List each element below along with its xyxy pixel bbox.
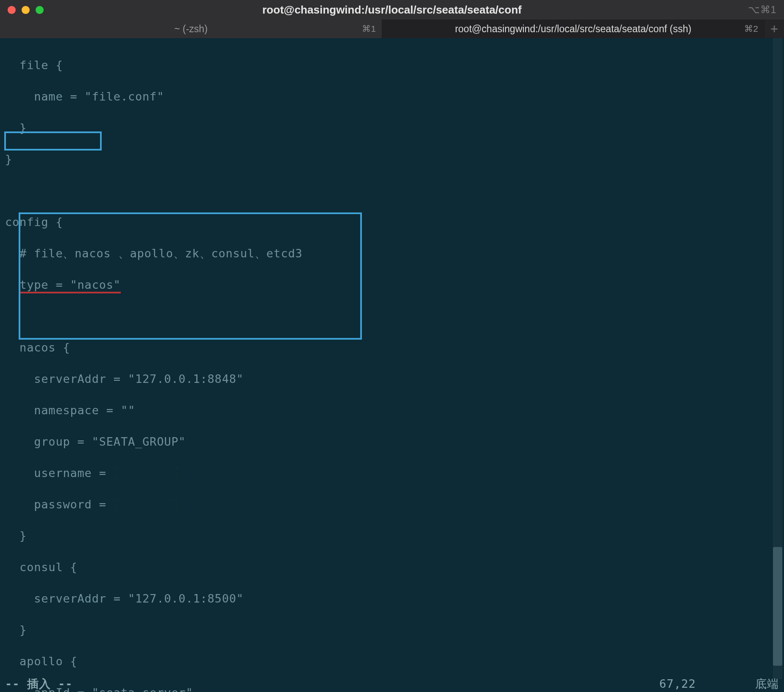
tab-label: ~ (-zsh) [174,22,208,36]
code-line: nacos { [5,340,779,355]
tab-label: root@chasingwind:/usr/local/src/seata/se… [455,22,692,36]
minimize-window-button[interactable] [22,6,30,14]
code-line: } [5,622,779,638]
vim-scroll-percent: 底端 [755,676,779,692]
window-titlebar: root@chasingwind:/usr/local/src/seata/se… [0,0,784,20]
traffic-lights [8,6,44,14]
tab-ssh[interactable]: root@chasingwind:/usr/local/src/seata/se… [382,20,765,38]
zoom-window-button[interactable] [36,6,44,14]
code-line: } [5,120,779,136]
code-line: password = [5,497,779,512]
code-line: type = "nacos" [5,277,779,293]
code-line: # file、nacos 、apollo、zk、consul、etcd3 [5,246,779,261]
vim-cursor-position: 67,22 [659,676,696,692]
code-line: group = "SEATA_GROUP" [5,434,779,449]
tab-shortcut: ⌘2 [744,22,758,35]
code-line [5,183,779,198]
code-line: } [5,528,779,544]
code-line [5,308,779,324]
window-profile-hint: ⌥⌘1 [748,3,776,17]
code-line: consul { [5,559,779,575]
code-line: name = "file.conf" [5,89,779,104]
code-line: namespace = "" [5,402,779,418]
code-line: config { [5,214,779,230]
scrollbar-thumb[interactable] [773,547,782,666]
tab-shortcut: ⌘1 [362,22,376,35]
code-line: } [5,151,779,167]
plus-icon: + [770,20,778,38]
tab-bar: ~ (-zsh) ⌘1 root@chasingwind:/usr/local/… [0,20,784,38]
redacted-password [114,498,178,511]
code-line: apollo { [5,653,779,669]
terminal-editor-area[interactable]: file { name = "file.conf" } } config { #… [0,38,784,692]
close-window-button[interactable] [8,6,16,14]
vim-status-line: -- 插入 -- 67,22 底端 [5,676,779,692]
redacted-username [114,467,178,480]
tab-zsh[interactable]: ~ (-zsh) ⌘1 [0,20,382,38]
editor-content[interactable]: file { name = "file.conf" } } config { #… [0,38,784,692]
highlighted-type-line: type = "nacos" [19,278,121,293]
add-tab-button[interactable]: + [765,20,784,38]
window-title: root@chasingwind:/usr/local/src/seata/se… [0,2,784,17]
vim-mode: -- 插入 -- [5,676,73,692]
code-line: username = [5,465,779,481]
code-line: serverAddr = "127.0.0.1:8848" [5,371,779,387]
code-line: serverAddr = "127.0.0.1:8500" [5,591,779,606]
code-line: file { [5,57,779,73]
